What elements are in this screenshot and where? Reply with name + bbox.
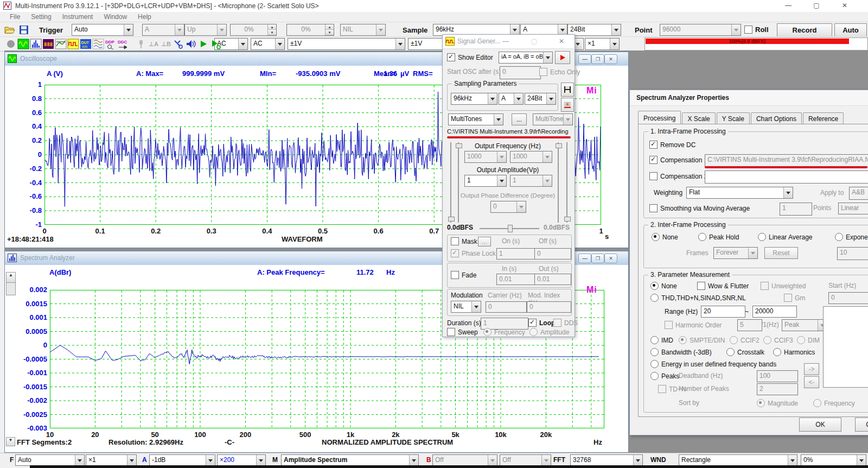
trigger-slope-combo[interactable]: Up [184,24,227,36]
auto-button[interactable]: Auto [834,23,867,37]
radio-icon[interactable] [529,328,538,336]
frames-combo[interactable]: Forever [713,247,758,259]
checkbox-icon[interactable] [539,68,547,76]
compensation2-checkbox[interactable]: Compensation 2 [649,172,707,180]
radio-icon[interactable] [650,360,659,368]
sort-frequency-radio[interactable]: Frequency [813,399,855,407]
compensation1-path-input[interactable]: C:\VIRTINS Multi-Instrument 3.9\fcf\Repr… [705,154,868,167]
checkbox-icon[interactable] [761,282,769,290]
run-icon[interactable] [197,38,210,50]
minimize-icon[interactable]: — [502,37,509,45]
minimize-icon[interactable]: — [781,2,795,9]
deadband-input[interactable]: 100 [757,370,798,382]
dds-checkbox[interactable]: DDS [553,319,578,327]
dim-radio[interactable]: DIM [797,336,820,344]
mode-combo[interactable]: Amplitude Spectrum [281,454,419,466]
radio-icon[interactable] [650,348,659,356]
fft-size-combo[interactable]: 32768 [570,454,643,466]
record-icon[interactable] [4,38,17,50]
ok-button[interactable]: OK [799,418,841,432]
mod-index-input[interactable]: 0 [527,301,571,313]
tab-reference[interactable]: Reference [803,112,844,124]
window-restore-icon[interactable]: ❐ [591,54,604,64]
overlap-combo[interactable]: 0% [801,454,866,466]
checkbox-icon[interactable] [649,172,658,180]
peaks-radio[interactable]: Peaks [650,372,679,380]
checkbox-icon[interactable] [649,141,658,149]
routing-combo[interactable]: iA = oA, iB = oB [499,52,553,64]
energy-bands-radio[interactable]: Energy in user defined frequency bands [650,360,776,368]
range-low-input[interactable]: 20 [701,306,745,318]
a-gain-combo[interactable]: ×200 [217,454,266,466]
exp-frames-input[interactable]: 10 [837,247,868,260]
harmonic-order-input[interactable]: 5 [737,319,762,331]
signal-generator-title-bar[interactable]: Signal Gener... — ▢ ✕ [443,35,575,49]
amplitude-slider-b-inner[interactable] [556,142,561,223]
radio-icon[interactable] [483,328,492,336]
siggen-channel-combo[interactable]: A [499,93,524,105]
amplitude-slider-a-outer[interactable] [448,142,454,223]
pm-none-radio[interactable]: None [650,282,677,290]
trigger-delay-spinner[interactable]: 0%▲▼ [286,24,334,36]
tab-x-scale[interactable]: X Scale [682,112,715,124]
show-editor-checkbox[interactable]: Show Editor [447,53,493,61]
unweighted-checkbox[interactable]: Unweighted [761,282,806,290]
frequency-bands-listbox[interactable] [823,306,868,388]
checkbox-icon[interactable] [451,237,459,245]
radio-icon[interactable] [652,233,660,241]
maximize-icon[interactable]: ▢ [809,2,824,9]
carrier-input[interactable]: 0 [486,301,527,313]
range-b-combo[interactable]: ±1V [408,38,444,50]
signal-generator-icon[interactable] [67,38,80,50]
tab-y-scale[interactable]: Y Scale [717,112,750,124]
probe-icon[interactable] [135,38,148,50]
b-gain-combo[interactable]: Off [500,454,551,466]
range-high-input[interactable]: 20000 [752,306,797,318]
tab-processing[interactable]: Processing [638,111,681,124]
checkbox-icon[interactable] [697,282,705,290]
linear-average-radio[interactable]: Linear Average [758,233,813,241]
window-restore-icon[interactable]: ❐ [591,254,604,263]
radio-icon[interactable] [757,399,765,407]
exponential-average-radio[interactable]: Exponential Average [835,233,868,241]
fade-out-input[interactable]: 0.01 [534,274,571,285]
phase-lock-checkbox[interactable]: Phase Lock [451,249,496,257]
radio-icon[interactable] [758,233,766,241]
add-band-button[interactable]: -> [804,363,819,375]
derived-data-curves-icon[interactable] [92,38,105,50]
f1-mode-combo[interactable]: Peak [782,319,827,331]
cancel-button[interactable]: Cancel [855,418,868,432]
range-a-combo[interactable]: ±1V [288,38,405,50]
amplitude-a-combo[interactable]: 1 [464,175,507,187]
weighting-combo[interactable]: Flat [686,187,793,199]
close-icon[interactable]: ✕ [838,2,852,9]
window-minimize-icon[interactable]: — [578,54,591,64]
trigger-filter-combo[interactable]: NIL [340,24,386,36]
radio-icon[interactable] [835,233,843,241]
compensation2-path-input[interactable] [705,170,868,184]
probe-factor-combo[interactable]: ×1 [585,38,620,50]
radio-icon[interactable] [763,336,771,344]
radio-icon[interactable] [650,372,659,380]
checkbox-icon[interactable] [528,319,537,327]
scrollbar-up-icon[interactable]: ▲ [6,272,16,283]
sampling-bits-combo[interactable]: 24Bit [567,24,621,36]
radio-icon[interactable] [650,336,659,344]
wow-flutter-checkbox[interactable]: Wow & Flutter [697,282,749,290]
checkbox-icon[interactable] [649,156,658,164]
waveform-b-combo[interactable]: MultiTones [533,113,573,125]
mask-checkbox[interactable]: Mask [451,237,477,245]
radio-icon[interactable] [650,294,659,302]
frequency-a-combo[interactable]: 1000 [464,151,507,163]
apply-to-input[interactable]: A&B [849,187,868,200]
frequency-b-combo[interactable]: 1000 [510,151,552,163]
waveform-a-combo[interactable]: MultiTones [448,113,503,125]
mask-on-input[interactable]: 1 [496,248,535,260]
checkbox-icon[interactable] [451,271,459,279]
b-offset-combo[interactable]: Off [432,454,497,466]
open-file-icon[interactable] [3,24,16,36]
checkbox-icon[interactable] [784,294,792,302]
phase-combo[interactable]: 0 [490,201,526,213]
spinner-arrows-icon[interactable]: ▲▼ [325,24,334,35]
echo-only-checkbox[interactable]: Echo Only [539,68,580,76]
